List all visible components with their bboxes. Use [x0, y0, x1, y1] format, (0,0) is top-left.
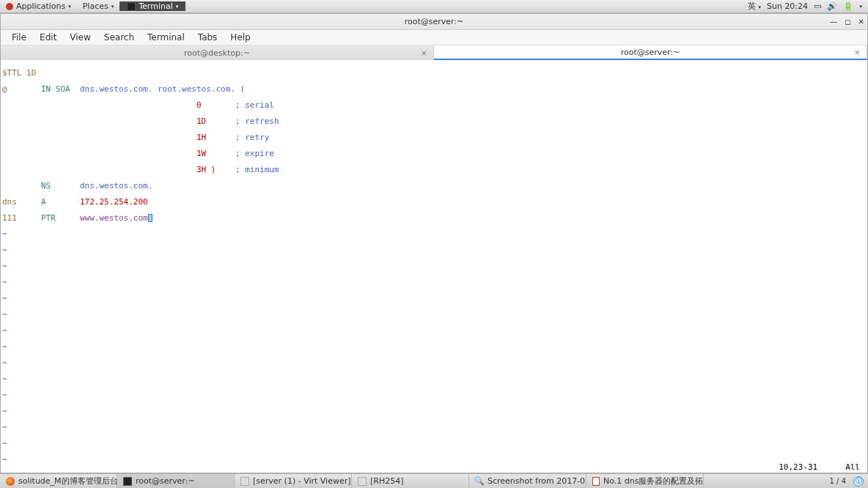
tab-label: root@desktop:~	[184, 48, 250, 58]
places-label: Places	[83, 1, 108, 11]
firefox-icon	[6, 477, 15, 486]
bottom-panel: solitude_M的博客管理后台-51CT… root@server:~ [s…	[0, 473, 868, 488]
accessibility-icon[interactable]: ⓘ	[853, 476, 864, 487]
active-app-label: Terminal	[139, 1, 173, 11]
ime-indicator[interactable]: 英 ▾	[748, 1, 761, 12]
battery-icon[interactable]: 🔋	[843, 1, 853, 11]
screen-icon[interactable]: ▭	[814, 1, 821, 11]
menu-bar: File Edit View Search Terminal Tabs Help	[1, 30, 867, 45]
chevron-down-icon: ▾	[176, 4, 179, 10]
task-label: [RH254]	[370, 476, 404, 486]
fedora-icon	[6, 3, 13, 10]
task-terminal[interactable]: root@server:~	[117, 474, 235, 488]
applications-menu[interactable]: Applications ▾	[0, 1, 77, 11]
task-label: Screenshot from 2017-05-06 1…	[488, 476, 586, 486]
close-icon[interactable]: ×	[854, 48, 861, 57]
chevron-down-icon: ▾	[111, 4, 114, 10]
task-screenshot[interactable]: 🔍 Screenshot from 2017-05-06 1…	[469, 474, 586, 488]
menu-terminal[interactable]: Terminal	[141, 31, 191, 44]
image-viewer-icon: 🔍	[475, 477, 484, 486]
applications-label: Applications	[16, 1, 65, 11]
window-title-bar[interactable]: root@server:~ — ◻ ✕	[1, 14, 867, 30]
menu-help[interactable]: Help	[224, 31, 257, 44]
places-menu[interactable]: Places ▾	[77, 1, 120, 11]
terminal-content[interactable]: $TTL 1D @ IN SOA dns.westos.com. root.we…	[1, 60, 867, 473]
terminal-icon	[123, 477, 132, 486]
cursor-position: 10,23-31	[779, 463, 817, 471]
clock[interactable]: Sun 20:24	[767, 1, 808, 11]
menu-file[interactable]: File	[5, 31, 33, 44]
workspace-indicator[interactable]: 1 / 4	[830, 477, 846, 485]
active-app-menu[interactable]: Terminal ▾	[119, 1, 185, 11]
task-firefox[interactable]: solitude_M的博客管理后台-51CT…	[0, 474, 117, 488]
chevron-down-icon: ▾	[68, 4, 71, 10]
cursor	[148, 214, 152, 222]
task-label: No.1 dns服务器的配置及拓展	[603, 476, 704, 487]
terminal-tabs: root@desktop:~ × root@server:~ ×	[1, 45, 867, 60]
close-button[interactable]: ✕	[858, 18, 864, 26]
close-icon[interactable]: ×	[421, 48, 427, 58]
task-rh254[interactable]: [RH254]	[352, 474, 469, 488]
task-virt-viewer[interactable]: [server (1) - Virt Viewer]	[235, 474, 352, 488]
document-icon	[592, 477, 600, 486]
terminal-icon	[127, 2, 136, 11]
menu-edit[interactable]: Edit	[33, 31, 63, 44]
menu-search[interactable]: Search	[98, 31, 141, 44]
maximize-button[interactable]: ◻	[845, 18, 850, 26]
window-icon	[358, 477, 367, 486]
scroll-indicator: All	[845, 463, 860, 471]
volume-icon[interactable]: 🔊	[827, 1, 837, 11]
minimize-button[interactable]: —	[830, 18, 837, 26]
tab-server[interactable]: root@server:~ ×	[434, 45, 867, 60]
task-document[interactable]: No.1 dns服务器的配置及拓展	[586, 474, 704, 488]
vim-status-line: 10,23-31 All	[1, 463, 867, 471]
window-title: root@server:~	[405, 17, 464, 26]
tab-desktop[interactable]: root@desktop:~ ×	[1, 45, 434, 60]
task-label: [server (1) - Virt Viewer]	[253, 476, 351, 486]
task-label: solitude_M的博客管理后台-51CT…	[18, 476, 117, 487]
menu-tabs[interactable]: Tabs	[191, 31, 224, 44]
menu-view[interactable]: View	[63, 31, 97, 44]
top-panel: Applications ▾ Places ▾ Terminal ▾ 英 ▾ S…	[0, 0, 868, 13]
terminal-window: root@server:~ — ◻ ✕ File Edit View Searc…	[0, 13, 868, 473]
virt-viewer-icon	[240, 477, 249, 486]
task-label: root@server:~	[136, 476, 195, 486]
tab-label: root@server:~	[621, 48, 680, 57]
system-menu-icon[interactable]: ▾	[859, 4, 862, 10]
